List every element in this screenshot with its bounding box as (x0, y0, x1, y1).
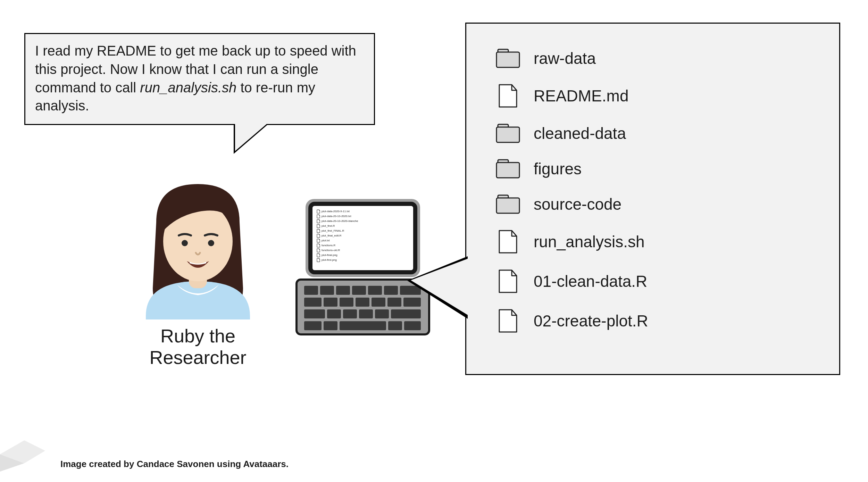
svg-rect-17 (340, 298, 353, 307)
svg-rect-31 (388, 321, 402, 330)
file-row: 01-clean-data.R (494, 269, 818, 294)
laptop-file-row: plot-final.png (317, 253, 407, 257)
laptop-file-label: plot-data-20-10-2020-blanche (322, 220, 358, 223)
credit-text: Image created by Candace Savonen using A… (60, 459, 289, 469)
file-label: 01-clean-data.R (534, 272, 647, 291)
svg-rect-22 (304, 309, 325, 318)
laptop-file-row: plot.txt (317, 239, 407, 243)
speech-line: command to call (35, 80, 140, 95)
file-row: cleaned-data (494, 123, 818, 144)
svg-rect-36 (496, 127, 519, 142)
file-icon (494, 83, 522, 108)
avatar-name-line: Ruby the (160, 325, 235, 346)
svg-rect-9 (320, 286, 334, 295)
file-label: figures (534, 159, 582, 178)
svg-rect-19 (372, 298, 385, 307)
panel-tail-icon (411, 259, 468, 315)
svg-rect-12 (368, 286, 382, 295)
svg-rect-16 (324, 298, 337, 307)
file-label: raw-data (534, 49, 596, 68)
laptop-file-row: plot-data-20-10-2020-blanche (317, 219, 407, 223)
file-row: raw-data (494, 48, 818, 69)
avatar-name: Ruby the Researcher (125, 325, 271, 368)
svg-rect-25 (359, 309, 373, 318)
svg-rect-11 (352, 286, 366, 295)
file-row: figures (494, 158, 818, 179)
laptop-file-list: plot-data-2020-9-11.txt plot-data-20-10-… (317, 209, 407, 263)
file-label: cleaned-data (534, 124, 626, 143)
speech-bubble: I read my README to get me back up to sp… (24, 33, 375, 125)
svg-rect-29 (324, 321, 337, 330)
svg-rect-15 (304, 298, 322, 307)
file-icon (494, 308, 522, 333)
laptop-file-row: plot_first.R (317, 224, 407, 228)
speech-italic: run_analysis.sh (140, 80, 236, 95)
laptop-file-row: plot-data-2020-9-11.txt (317, 209, 407, 214)
avatar: Ruby the Researcher (125, 170, 271, 368)
laptop-file-row: plot-data-20-10-2020.txt (317, 214, 407, 218)
svg-rect-23 (327, 309, 341, 318)
file-label: README.md (534, 86, 628, 105)
svg-rect-28 (304, 321, 322, 330)
svg-rect-18 (356, 298, 369, 307)
folder-icon (494, 123, 522, 144)
laptop-file-row: functions.R (317, 243, 407, 248)
svg-rect-32 (404, 321, 421, 330)
file-row: source-code (494, 194, 818, 215)
file-label: run_analysis.sh (534, 232, 645, 251)
laptop-file-label: plot_first.R (322, 225, 335, 227)
speech-line: I read my README to get me back up to sp… (35, 43, 356, 58)
avatar-icon (125, 170, 271, 319)
laptop-file-label: plot-first.png (322, 259, 337, 261)
file-panel: raw-data README.md cleaned-data figures … (465, 23, 840, 375)
folder-icon (494, 158, 522, 179)
leaf-logo-icon (0, 440, 49, 472)
laptop-file-label: plot.txt (322, 239, 330, 242)
svg-rect-38 (496, 163, 519, 178)
file-row: README.md (494, 83, 818, 108)
svg-rect-20 (387, 298, 401, 307)
laptop-file-row: plot_first_FINAL.R (317, 229, 407, 233)
laptop-file-row: functions-old.R (317, 248, 407, 252)
file-icon (494, 269, 522, 294)
svg-rect-10 (336, 286, 350, 295)
laptop-file-label: plot_final_edit.R (322, 234, 341, 237)
folder-icon (494, 48, 522, 69)
svg-rect-34 (496, 52, 519, 67)
laptop-file-row: plot_final_edit.R (317, 234, 407, 238)
avatar-name-line: Researcher (149, 347, 246, 368)
svg-point-3 (208, 240, 214, 246)
svg-rect-13 (384, 286, 398, 295)
svg-rect-24 (343, 309, 357, 318)
laptop-file-label: plot-data-2020-9-11.txt (322, 210, 350, 213)
speech-line: this project. Now I know that I can run … (35, 61, 318, 77)
laptop-file-row: plot-first.png (317, 258, 407, 262)
laptop-file-label: plot-data-20-10-2020.txt (322, 215, 351, 218)
svg-rect-30 (340, 321, 386, 330)
file-icon (494, 229, 522, 254)
svg-rect-26 (375, 309, 389, 318)
credit: Image created by Candace Savonen using A… (0, 440, 289, 472)
svg-point-2 (182, 240, 188, 246)
file-label: source-code (534, 195, 621, 214)
folder-icon (494, 194, 522, 215)
laptop-file-label: plot-final.png (322, 254, 337, 257)
laptop-file-label: plot_first_FINAL.R (322, 230, 344, 232)
svg-rect-40 (496, 198, 519, 213)
laptop-file-label: functions.R (322, 244, 335, 247)
file-row: run_analysis.sh (494, 229, 818, 254)
speech-tail-icon (235, 124, 267, 151)
file-row: 02-create-plot.R (494, 308, 818, 333)
svg-rect-8 (304, 286, 318, 295)
laptop-file-label: functions-old.R (322, 249, 340, 252)
file-label: 02-create-plot.R (534, 311, 648, 330)
